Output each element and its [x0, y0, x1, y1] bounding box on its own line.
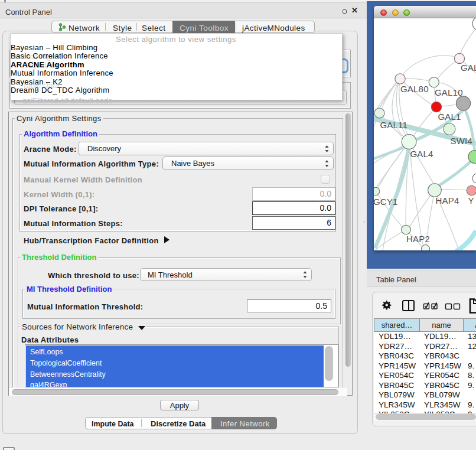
- svg-text:GAL80: GAL80: [400, 84, 429, 94]
- svg-text:Y: Y: [468, 195, 474, 206]
- svg-text:GAL11: GAL11: [380, 120, 408, 130]
- svg-text:GAL1: GAL1: [438, 112, 461, 122]
- svg-text:HAP4: HAP4: [436, 195, 459, 206]
- svg-text:GAL7: GAL7: [461, 63, 476, 73]
- svg-text:GCY1: GCY1: [374, 197, 398, 207]
- svg-text:SWI4: SWI4: [451, 136, 472, 146]
- svg-text:HAP2: HAP2: [406, 234, 430, 244]
- svg-text:GAL4: GAL4: [410, 149, 433, 159]
- svg-text:GAL10: GAL10: [435, 87, 463, 97]
